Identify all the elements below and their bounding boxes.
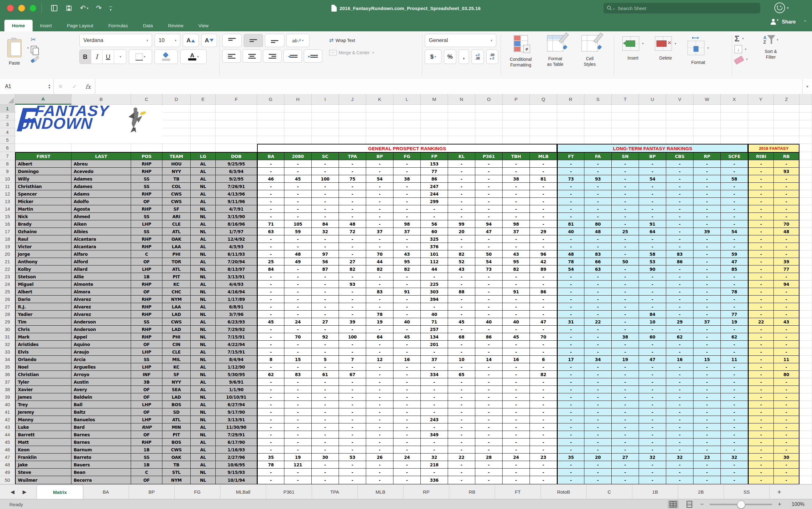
cell[interactable]	[774, 128, 800, 136]
font-name-select[interactable]: Verdana▾	[79, 34, 152, 47]
cell[interactable]: -	[721, 198, 748, 205]
cell[interactable]: -	[693, 175, 721, 183]
cell[interactable]	[162, 136, 191, 144]
cell[interactable]: 32	[639, 453, 666, 461]
cell[interactable]: NL	[191, 250, 216, 258]
cell[interactable]: -	[557, 348, 584, 356]
cell[interactable]: -	[557, 439, 584, 446]
cell[interactable]: -	[284, 401, 312, 408]
cell[interactable]: -	[584, 378, 612, 386]
cell[interactable]: -	[530, 190, 557, 198]
cell[interactable]: 58	[639, 250, 666, 258]
cell[interactable]: -	[475, 190, 503, 198]
cell[interactable]: -	[312, 311, 339, 318]
cell[interactable]: -	[557, 273, 584, 280]
cell[interactable]	[800, 453, 812, 461]
cell[interactable]	[191, 136, 216, 144]
cell[interactable]: -	[339, 273, 366, 280]
sheet-tab-mlb[interactable]: MLB	[358, 484, 403, 499]
cell[interactable]: NL	[191, 296, 216, 303]
row-number-27[interactable]: 27	[0, 303, 15, 311]
cell[interactable]: -	[475, 348, 503, 356]
cell[interactable]: 3/7/96	[216, 311, 257, 318]
cell[interactable]	[394, 121, 421, 128]
cell[interactable]: -	[448, 160, 475, 168]
cell[interactable]: -	[612, 341, 639, 348]
cell[interactable]: -	[366, 393, 394, 401]
cell[interactable]: Mark	[15, 333, 71, 341]
cell[interactable]: Raul	[15, 235, 71, 243]
borders-button[interactable]: ▾	[129, 49, 152, 64]
cell[interactable]: -	[557, 476, 584, 484]
cell[interactable]: Xavier	[15, 386, 71, 393]
cell[interactable]: -	[448, 190, 475, 198]
cell[interactable]: -	[666, 296, 693, 303]
cell[interactable]: -	[366, 431, 394, 439]
cell[interactable]	[800, 439, 812, 446]
cell[interactable]: -	[530, 296, 557, 303]
cell[interactable]: -	[448, 386, 475, 393]
row-number-31[interactable]: 31	[0, 333, 15, 341]
cell[interactable]: 81	[530, 175, 557, 183]
column-header-M[interactable]: M	[421, 94, 448, 105]
cell[interactable]: 6/27/94	[216, 401, 257, 408]
cell[interactable]: -	[284, 205, 312, 213]
cell[interactable]: 78	[721, 288, 748, 296]
cell[interactable]: -	[557, 280, 584, 288]
cell[interactable]: 1/12/90	[216, 363, 257, 371]
row-number-45[interactable]: 45	[0, 439, 15, 446]
increase-decimal-button[interactable]: ◂.0.00	[472, 49, 483, 64]
cell[interactable]: C	[131, 469, 162, 476]
cell[interactable]	[721, 112, 748, 121]
cell[interactable]	[162, 128, 191, 136]
cell[interactable]: -	[475, 183, 503, 190]
cell[interactable]	[557, 105, 584, 112]
cell[interactable]	[800, 190, 812, 198]
cell[interactable]	[612, 136, 639, 144]
cell[interactable]: Acevedo	[71, 168, 131, 175]
column-label-RP[interactable]: RP	[693, 152, 721, 160]
decrease-decimal-button[interactable]: .00▸.0	[486, 49, 498, 64]
cell[interactable]: -	[774, 431, 800, 439]
cell[interactable]: 75	[339, 175, 366, 183]
cell[interactable]: Abreu	[71, 160, 131, 168]
column-label-POS[interactable]: POS	[131, 152, 162, 160]
cell[interactable]: Manny	[15, 416, 71, 423]
cell[interactable]	[530, 112, 557, 121]
cell[interactable]: -	[284, 431, 312, 439]
cell[interactable]: -	[693, 469, 721, 476]
cell[interactable]: Alford	[71, 258, 131, 266]
cell-styles-button[interactable]: CellStyles	[573, 34, 607, 76]
cell[interactable]: -	[721, 243, 748, 250]
cell[interactable]: CLE	[162, 348, 191, 356]
cell[interactable]: -	[774, 341, 800, 348]
cell[interactable]: -	[421, 213, 448, 220]
cell[interactable]: -	[257, 431, 284, 439]
cell[interactable]: -	[339, 168, 366, 175]
cell[interactable]: SS	[131, 175, 162, 183]
cell[interactable]: -	[475, 288, 503, 296]
cell[interactable]: -	[666, 371, 693, 378]
cell[interactable]: -	[721, 393, 748, 401]
cell[interactable]: LAD	[162, 326, 191, 333]
cell[interactable]: 39	[774, 258, 800, 266]
cell[interactable]: 3/13/91	[216, 273, 257, 280]
cell[interactable]: -	[693, 408, 721, 416]
cell[interactable]: Allard	[71, 266, 131, 273]
cell[interactable]: -	[312, 303, 339, 311]
cell[interactable]: -	[448, 431, 475, 439]
cell[interactable]: -	[639, 446, 666, 453]
cell[interactable]: -	[721, 431, 748, 439]
cell[interactable]: -	[257, 213, 284, 220]
cell[interactable]: -	[475, 341, 503, 348]
cell[interactable]	[284, 105, 312, 112]
cell[interactable]: NYM	[162, 296, 191, 303]
cell[interactable]: 1B	[131, 273, 162, 280]
cell[interactable]: 35	[557, 453, 584, 461]
cell[interactable]: 37	[366, 228, 394, 235]
cell[interactable]: -	[394, 205, 421, 213]
cell[interactable]: -	[284, 280, 312, 288]
cell[interactable]: 8	[257, 356, 284, 363]
cell[interactable]: MIL	[162, 356, 191, 363]
cell[interactable]: 54	[639, 175, 666, 183]
